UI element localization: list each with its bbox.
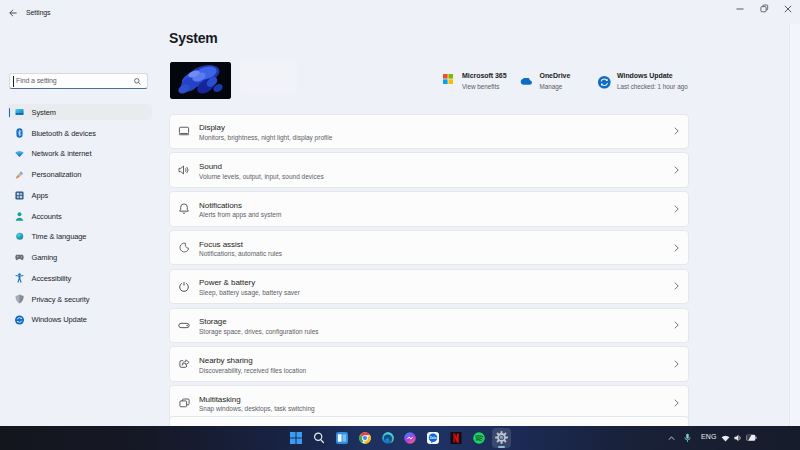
svg-text:Zalo: Zalo bbox=[430, 436, 437, 440]
